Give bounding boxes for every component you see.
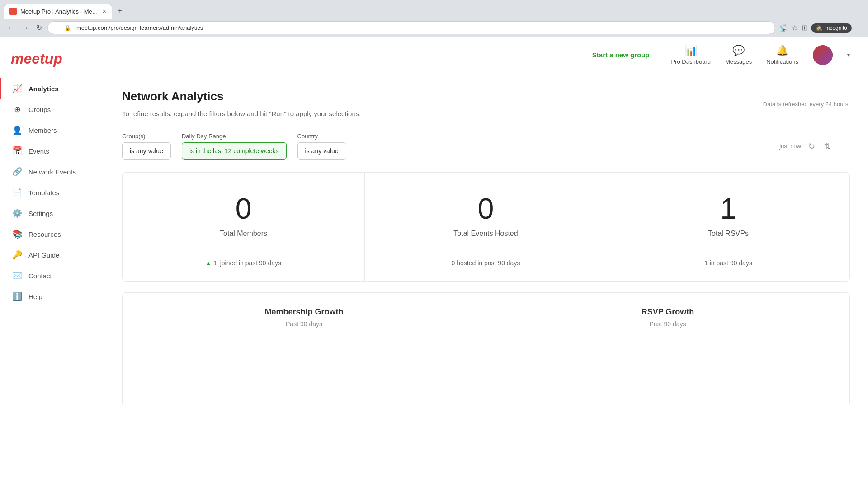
pro-dashboard-nav-item[interactable]: 📊 Pro Dashboard xyxy=(671,45,710,65)
total-members-label: Total Members xyxy=(220,230,267,238)
total-rsvps-label: Total RSVPs xyxy=(708,230,749,238)
sidebar-item-events[interactable]: 📅 Events xyxy=(0,141,104,161)
sidebar-item-templates[interactable]: 📄 Templates xyxy=(0,182,104,203)
messages-icon: 💬 xyxy=(732,45,745,56)
sidebar-item-settings-label: Settings xyxy=(28,210,53,217)
country-filter-button[interactable]: is any value xyxy=(297,142,346,160)
avatar-image xyxy=(813,45,833,65)
notifications-nav-item[interactable]: 🔔 Notifications xyxy=(766,45,798,65)
meetup-logo: meetup xyxy=(11,51,93,67)
sidebar-item-help[interactable]: ℹ️ Help xyxy=(0,286,104,307)
total-rsvps-number: 1 xyxy=(720,194,736,223)
date-range-filter-button[interactable]: is in the last 12 complete weeks xyxy=(182,142,287,160)
sidebar-item-network-events-label: Network Events xyxy=(28,168,76,176)
sidebar-item-resources[interactable]: 📚 Resources xyxy=(0,224,104,244)
filter-timestamp: just now xyxy=(779,143,801,150)
tab-bar: Meetup Pro | Analytics - Meetup × + xyxy=(0,0,868,19)
filter-row: Group(s) is any value Daily Day Range is… xyxy=(122,133,850,160)
sidebar-item-groups[interactable]: ⊕ Groups xyxy=(0,99,104,120)
sidebar-item-templates-label: Templates xyxy=(28,189,59,197)
sidebar-item-network-events[interactable]: 🔗 Network Events xyxy=(0,161,104,182)
filter-icon-button[interactable]: ⇅ xyxy=(822,140,833,153)
total-members-card: 0 Total Members ▲ 1 joined in past 90 da… xyxy=(123,173,365,281)
date-range-filter: Daily Day Range is in the last 12 comple… xyxy=(182,133,287,160)
messages-label: Messages xyxy=(725,58,752,65)
settings-icon: ⚙️ xyxy=(12,208,22,218)
membership-growth-card: Membership Growth Past 90 days xyxy=(123,293,486,406)
help-icon: ℹ️ xyxy=(12,291,22,301)
api-guide-icon: 🔑 xyxy=(12,250,22,260)
sidebar-item-help-label: Help xyxy=(28,293,42,300)
cast-icon[interactable]: 📡 xyxy=(779,23,788,32)
total-events-label: Total Events Hosted xyxy=(453,230,518,238)
trend-up-icon: ▲ xyxy=(206,260,211,266)
url-text: meetup.com/pro/design-learners/admin/ana… xyxy=(76,24,203,31)
lock-icon: 🔒 xyxy=(64,25,71,31)
bookmark-icon[interactable]: ☆ xyxy=(792,23,798,32)
contact-icon: ✉️ xyxy=(12,271,22,281)
more-options-button[interactable]: ⋮ xyxy=(838,140,850,153)
sidebar-item-members-label: Members xyxy=(28,127,57,134)
address-bar-right: 📡 ☆ ⊞ 🕵️ Incognito ⋮ xyxy=(779,23,863,33)
country-filter: Country is any value xyxy=(297,133,346,160)
notifications-label: Notifications xyxy=(766,58,798,65)
sidebar-item-analytics-label: Analytics xyxy=(28,85,59,93)
country-filter-label: Country xyxy=(297,133,346,140)
total-rsvps-card: 1 Total RSVPs 1 in past 90 days xyxy=(607,173,849,281)
pro-dashboard-label: Pro Dashboard xyxy=(671,58,710,65)
messages-nav-item[interactable]: 💬 Messages xyxy=(725,45,752,65)
split-view-icon[interactable]: ⊞ xyxy=(802,23,807,32)
sidebar-item-analytics[interactable]: 📈 Analytics xyxy=(0,78,104,99)
notifications-icon: 🔔 xyxy=(776,45,788,56)
start-new-group-button[interactable]: Start a new group xyxy=(592,51,650,59)
sidebar-item-api-guide[interactable]: 🔑 API Guide xyxy=(0,244,104,265)
rsvp-growth-card: RSVP Growth Past 90 days xyxy=(486,293,849,406)
sidebar: meetup 📈 Analytics ⊕ Groups 👤 Members 📅 … xyxy=(0,37,104,488)
tab-close-button[interactable]: × xyxy=(103,8,106,15)
reload-button[interactable]: ↻ xyxy=(34,22,44,34)
page-subtitle: To refine results, expand the filters be… xyxy=(122,110,361,117)
sidebar-item-settings[interactable]: ⚙️ Settings xyxy=(0,203,104,224)
new-tab-button[interactable]: + xyxy=(113,4,127,19)
total-events-number: 0 xyxy=(478,194,494,223)
browser-chrome: Meetup Pro | Analytics - Meetup × + ← → … xyxy=(0,0,868,37)
date-range-filter-label: Daily Day Range xyxy=(182,133,287,140)
pro-dashboard-icon: 📊 xyxy=(685,45,697,56)
total-members-number: 0 xyxy=(236,194,252,223)
user-avatar-nav-item[interactable] xyxy=(813,45,833,65)
forward-button[interactable]: → xyxy=(20,22,31,34)
sidebar-item-groups-label: Groups xyxy=(28,106,51,113)
filter-actions: just now ↻ ⇅ ⋮ xyxy=(779,140,850,153)
refresh-button[interactable]: ↻ xyxy=(807,140,817,153)
resources-icon: 📚 xyxy=(12,229,22,239)
members-sub-text: joined in past 90 days xyxy=(220,259,281,267)
rsvp-growth-title: RSVP Growth xyxy=(500,307,835,317)
incognito-label: Incognito xyxy=(825,25,847,31)
incognito-icon: 🕵️ xyxy=(816,25,822,31)
app: meetup 📈 Analytics ⊕ Groups 👤 Members 📅 … xyxy=(0,37,868,488)
address-input[interactable]: 🔒 meetup.com/pro/design-learners/admin/a… xyxy=(47,21,775,34)
events-sub-text: 0 hosted in past 90 days xyxy=(452,259,520,267)
bottom-cards-grid: Membership Growth Past 90 days RSVP Grow… xyxy=(122,292,850,406)
members-icon: 👤 xyxy=(12,125,22,135)
groups-filter: Group(s) is any value xyxy=(122,133,171,160)
sidebar-item-members[interactable]: 👤 Members xyxy=(0,120,104,141)
menu-icon[interactable]: ⋮ xyxy=(855,23,863,32)
user-menu-chevron[interactable]: ▾ xyxy=(847,52,850,58)
total-members-sub: ▲ 1 joined in past 90 days xyxy=(206,259,281,267)
total-rsvps-sub: 1 in past 90 days xyxy=(704,259,752,267)
groups-filter-button[interactable]: is any value xyxy=(122,142,171,160)
active-tab[interactable]: Meetup Pro | Analytics - Meetup × xyxy=(4,4,112,19)
top-nav: Start a new group 📊 Pro Dashboard 💬 Mess… xyxy=(104,37,868,73)
membership-growth-title: Membership Growth xyxy=(137,307,471,317)
network-events-icon: 🔗 xyxy=(12,167,22,177)
groups-filter-label: Group(s) xyxy=(122,133,171,140)
back-button[interactable]: ← xyxy=(5,22,16,34)
main-area: Start a new group 📊 Pro Dashboard 💬 Mess… xyxy=(104,37,868,488)
logo-area[interactable]: meetup xyxy=(0,46,104,78)
sidebar-item-contact[interactable]: ✉️ Contact xyxy=(0,265,104,286)
avatar xyxy=(813,45,833,65)
events-icon: 📅 xyxy=(12,146,22,156)
total-events-sub: 0 hosted in past 90 days xyxy=(452,259,520,267)
membership-growth-sub: Past 90 days xyxy=(137,320,471,328)
